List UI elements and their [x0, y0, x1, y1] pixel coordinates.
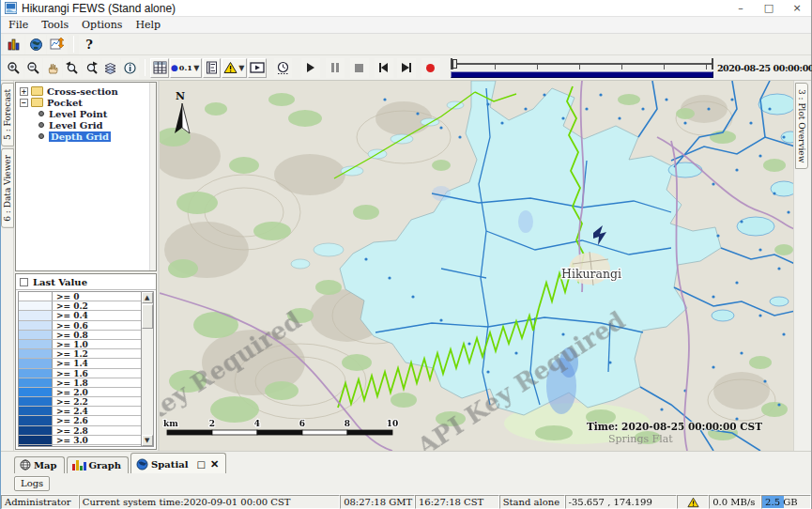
pause-icon	[331, 63, 339, 72]
spatial-display-button[interactable]	[47, 35, 68, 54]
point-size-value: ●0.1	[171, 63, 192, 72]
legend-row: >= 0.6	[19, 321, 141, 331]
last-value-checkbox[interactable]	[20, 278, 28, 286]
legend-row: >= 3.2	[19, 445, 141, 446]
legend-row: >= 2.8	[19, 426, 141, 436]
tree-scrollbar[interactable]	[149, 83, 156, 270]
main-toolbar: ?	[1, 34, 811, 54]
tree-item-label: Level Grid	[49, 120, 102, 131]
tab-data-viewer[interactable]: 6 : Data Viewer	[1, 148, 14, 228]
app-window: Hikurangi FEWS (Stand alone) – □ × File …	[0, 0, 812, 509]
minimize-button[interactable]: –	[727, 0, 755, 17]
tab-map[interactable]: Map	[14, 456, 65, 473]
menu-file[interactable]: File	[8, 19, 28, 31]
legend-scrollbar[interactable]: ▲ ▼	[141, 292, 153, 446]
tab-spatial[interactable]: Spatial □ ✕	[130, 453, 226, 473]
status-bar: Administrator Current system time:2020-0…	[1, 494, 811, 509]
menu-help[interactable]: Help	[135, 19, 161, 31]
left-panel: + Cross-section − Pocket Level Point Lev…	[14, 81, 160, 451]
skip-end-icon	[402, 63, 411, 72]
bar-chart-icon	[72, 460, 86, 470]
warnings-button[interactable]: ▼	[222, 58, 247, 78]
tree-item-level-point[interactable]: Level Point	[16, 108, 156, 119]
close-button[interactable]: ×	[783, 0, 811, 17]
menu-options[interactable]: Options	[82, 19, 122, 31]
point-size-selector[interactable]: ●0.1 ▼	[170, 58, 202, 78]
legend-row: >= 3.0	[19, 436, 141, 445]
status-gmt-time: 08:27:18 GMT	[340, 495, 415, 509]
step-back-button[interactable]	[375, 58, 393, 78]
legend-color-swatch	[19, 359, 53, 367]
movie-icon	[250, 61, 265, 74]
zoom-previous-button[interactable]	[63, 58, 82, 78]
tab-close-icon[interactable]: ✕	[210, 458, 219, 470]
app-icon	[5, 2, 17, 14]
legend-color-swatch	[19, 292, 53, 301]
tree-item-cross-section[interactable]: + Cross-section	[16, 85, 156, 97]
tab-graph[interactable]: Graph	[67, 456, 130, 473]
menu-tools[interactable]: Tools	[41, 19, 69, 31]
info-button[interactable]	[121, 58, 140, 78]
explorer-icon[interactable]	[4, 35, 24, 54]
logs-button[interactable]: Logs	[14, 476, 50, 491]
tab-forecast[interactable]: 5 : Forecast	[1, 83, 14, 147]
svg-text:10: 10	[386, 419, 398, 428]
legend-row: >= 0	[19, 292, 141, 301]
labels-toggle-button[interactable]	[203, 58, 222, 78]
tab-map-label: Map	[34, 460, 57, 470]
scroll-up-icon[interactable]: ▲	[142, 292, 153, 303]
tab-plot-overview[interactable]: 3 : Plot Overview	[795, 83, 808, 169]
tree-item-pocket[interactable]: − Pocket	[16, 97, 156, 108]
map-toolbar: ●0.1 ▼ ▼	[1, 54, 811, 81]
warning-icon	[223, 61, 237, 74]
tab-maximize-icon[interactable]: □	[197, 459, 206, 470]
legend-value-label: >= 0.8	[53, 331, 141, 339]
time-slider[interactable]	[451, 58, 713, 78]
legend-color-swatch	[19, 369, 53, 378]
bullet-icon	[38, 111, 44, 116]
pan-button[interactable]	[43, 58, 62, 78]
legend-value-label: >= 0	[53, 292, 141, 301]
scroll-down-icon[interactable]: ▼	[142, 435, 153, 446]
grid-display-button[interactable]	[150, 58, 169, 78]
title-bar: Hikurangi FEWS (Stand alone) – □ ×	[1, 0, 811, 17]
zoom-next-button[interactable]	[83, 58, 101, 78]
status-warning[interactable]	[677, 495, 709, 509]
status-memory: 2.5 GB	[761, 495, 811, 509]
animation-button[interactable]	[248, 58, 267, 78]
time-slider-thumb[interactable]	[452, 59, 457, 69]
legend-rows: >= 0 >= 0.2 >= 0.4 >= 0.6 >= 0.8	[19, 292, 141, 446]
legend-row: >= 1.2	[19, 349, 141, 359]
maximize-button[interactable]: □	[755, 0, 783, 17]
legend-row: >= 1.0	[19, 340, 141, 349]
scroll-thumb[interactable]	[142, 304, 153, 329]
zoom-out-button[interactable]	[24, 58, 43, 78]
help-button[interactable]: ?	[79, 35, 100, 54]
pause-button[interactable]	[326, 58, 345, 78]
legend-value-label: >= 2.0	[53, 388, 141, 396]
tab-spatial-label: Spatial	[151, 459, 188, 470]
tree-item-level-grid[interactable]: Level Grid	[16, 119, 156, 131]
play-button[interactable]	[301, 58, 320, 78]
timer-button[interactable]	[274, 58, 293, 78]
status-local-time: 16:27:18 CST	[415, 495, 499, 509]
expander-icon[interactable]: −	[20, 99, 28, 107]
tree-item-depth-grid[interactable]: Depth Grid	[16, 131, 156, 142]
map-canvas: API Key Required API Key Required Hikura…	[160, 81, 793, 451]
current-time-label: 2020-08-25 00:00:00 CST	[717, 63, 811, 73]
stop-button[interactable]	[350, 58, 369, 78]
zoom-in-button[interactable]	[5, 58, 23, 78]
tree-item-label: Level Point	[49, 109, 107, 119]
map-display-button[interactable]	[25, 35, 46, 54]
record-icon	[426, 64, 435, 72]
bar-chart-icon	[7, 37, 22, 52]
map-view[interactable]: API Key Required API Key Required Hikura…	[160, 81, 793, 451]
legend-row: >= 0.2	[19, 301, 141, 311]
window-title: Hikurangi FEWS (Stand alone)	[22, 2, 727, 15]
expander-icon[interactable]: +	[20, 87, 28, 96]
layers-button[interactable]	[101, 58, 120, 78]
legend-color-swatch	[19, 321, 53, 330]
record-button[interactable]	[421, 58, 440, 78]
zoom-in-icon	[7, 61, 21, 75]
step-forward-button[interactable]	[397, 58, 416, 78]
